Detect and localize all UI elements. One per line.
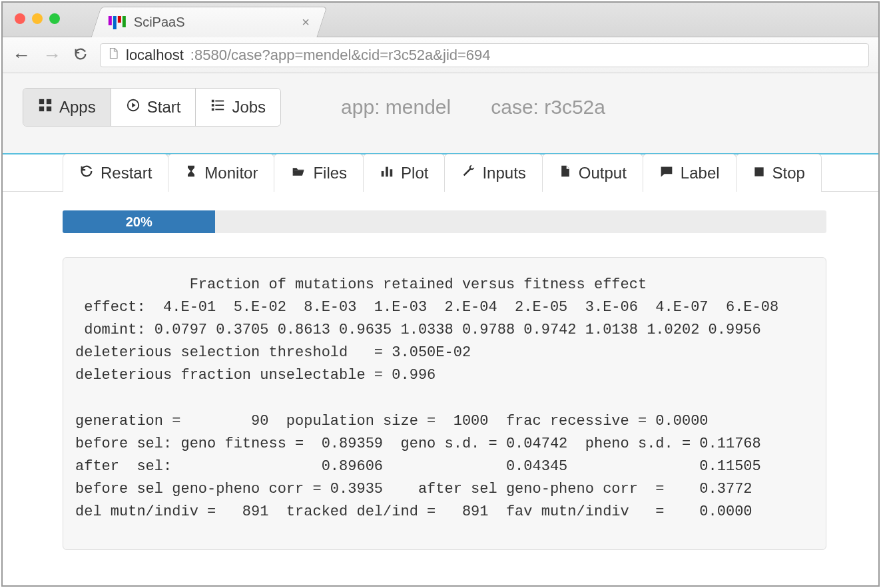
tab-inputs-label: Inputs [482,164,525,182]
svg-rect-5 [212,100,214,103]
bar-chart-icon [380,164,394,182]
address-bar[interactable]: localhost:8580/case?app=mendel&cid=r3c52… [100,43,869,67]
window-minimize-icon[interactable] [32,13,43,24]
play-circle-icon [126,98,141,117]
tab-close-icon[interactable]: × [302,15,310,30]
browser-toolbar: ← → localhost:8580/case?app=mendel&cid=r… [3,37,878,73]
file-icon [559,164,572,182]
tasks-icon [210,98,225,117]
svg-rect-12 [386,167,388,177]
svg-rect-1 [47,99,51,104]
tab-files-label: Files [313,164,347,182]
header-case-label: case: r3c52a [491,96,605,119]
app-header: Apps Start Jobs app: mendel case: r3c52a [3,73,878,154]
wrench-icon [461,164,475,182]
svg-rect-9 [212,109,214,111]
page-icon [107,46,119,65]
window-controls [15,13,60,24]
svg-rect-2 [39,107,44,111]
svg-rect-14 [754,167,763,176]
tab-plot[interactable]: Plot [363,154,445,192]
apps-button[interactable]: Apps [23,89,111,126]
url-path: :8580/case?app=mendel&cid=r3c52a&jid=694 [190,47,491,64]
favicon-icon [109,16,126,29]
hourglass-icon [184,164,198,182]
window-zoom-icon[interactable] [49,13,60,24]
svg-rect-10 [216,109,224,111]
progress-label: 20% [126,214,152,230]
output-panel: Fraction of mutations retained versus fi… [63,257,826,550]
tab-label[interactable]: Label [643,154,736,192]
tab-output-label: Output [579,164,627,182]
tab-restart-label: Restart [101,164,152,182]
svg-rect-7 [212,104,214,107]
case-tabs: Restart Monitor Files Plot Inputs [3,154,878,192]
restart-icon [79,164,94,182]
tab-files[interactable]: Files [274,154,364,192]
svg-rect-8 [216,105,224,106]
svg-rect-11 [382,171,384,176]
header-info: app: mendel case: r3c52a [341,96,605,119]
tab-label-label: Label [681,164,720,182]
svg-rect-6 [216,101,224,102]
stop-icon [752,164,766,182]
tab-monitor-label: Monitor [204,164,258,182]
window-close-icon[interactable] [15,13,25,24]
content-area: 20% Fraction of mutations retained versu… [3,192,878,550]
tab-output[interactable]: Output [542,154,643,192]
browser-tab-strip: SciPaaS × [3,3,878,37]
grid-icon [38,98,53,117]
apps-button-label: Apps [59,98,96,117]
browser-tab[interactable]: SciPaaS × [91,7,328,37]
progress-bar: 20% [63,210,826,233]
tab-stop-label: Stop [772,164,805,182]
tab-restart[interactable]: Restart [63,154,168,192]
header-app-label: app: mendel [341,96,451,119]
forward-icon[interactable]: → [43,46,61,65]
reload-icon[interactable] [73,47,88,64]
tab-inputs[interactable]: Inputs [444,154,542,192]
progress-bar-fill: 20% [63,210,215,233]
folder-open-icon [290,164,306,182]
jobs-button-label: Jobs [232,98,266,117]
svg-rect-13 [390,169,393,176]
tab-plot-label: Plot [401,164,428,182]
tab-monitor[interactable]: Monitor [168,154,274,192]
url-host: localhost [126,47,184,64]
start-button[interactable]: Start [111,89,196,126]
comment-icon [659,164,674,182]
back-icon[interactable]: ← [12,46,31,65]
svg-rect-3 [47,107,51,111]
tab-stop[interactable]: Stop [736,154,822,192]
browser-tab-title: SciPaaS [134,15,185,30]
jobs-button[interactable]: Jobs [196,89,280,126]
svg-rect-0 [39,99,44,104]
header-button-group: Apps Start Jobs [23,88,281,127]
start-button-label: Start [147,98,181,117]
